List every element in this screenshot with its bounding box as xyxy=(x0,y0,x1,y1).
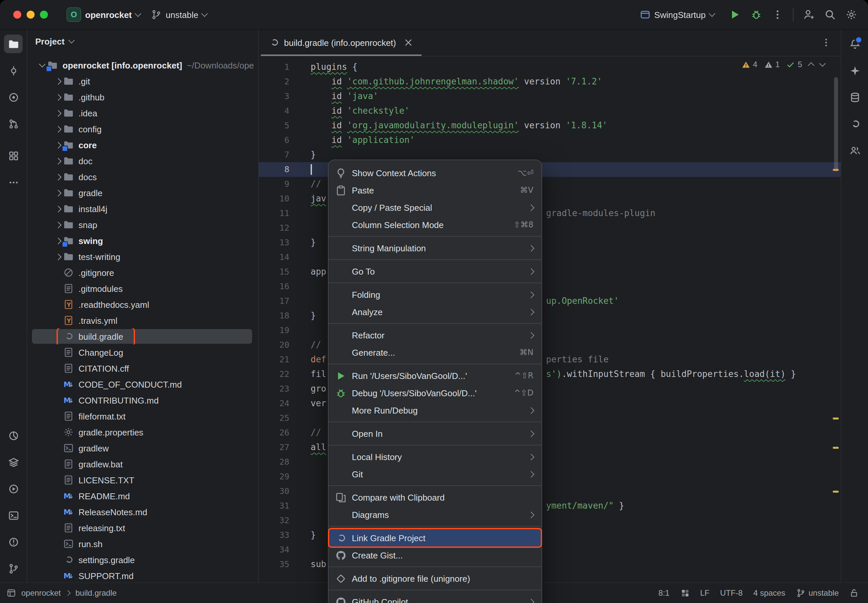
line-number[interactable]: 9 xyxy=(259,177,289,192)
menu-item-copy-paste-special[interactable]: Copy / Paste Special xyxy=(329,199,542,216)
line-number[interactable]: 6 xyxy=(259,133,289,148)
minimize-window-button[interactable] xyxy=(26,11,35,19)
chevron-right-icon[interactable] xyxy=(53,206,63,211)
chevron-right-icon[interactable] xyxy=(53,223,63,227)
line-number[interactable]: 2 xyxy=(259,74,289,89)
chevron-right-icon[interactable] xyxy=(53,79,63,83)
line-number[interactable]: 21 xyxy=(259,353,289,367)
chevron-right-icon[interactable] xyxy=(53,95,63,99)
menu-item-github-copilot[interactable]: GitHub Copilot xyxy=(329,593,542,603)
run-button[interactable] xyxy=(729,9,741,21)
tree-item-citation-cff[interactable]: CITATION.cff xyxy=(27,360,258,376)
tree-item-build-gradle[interactable]: build.gradle xyxy=(27,328,258,344)
chevron-down-icon[interactable] xyxy=(37,64,47,66)
line-number[interactable]: 25 xyxy=(259,411,289,425)
editor-tab[interactable]: build.gradle (info.openrocket) xyxy=(261,29,422,56)
line-number[interactable]: 7 xyxy=(259,148,289,162)
database-tool-button[interactable] xyxy=(845,88,864,107)
line-number[interactable]: 34 xyxy=(259,543,289,557)
version-control-tool-button[interactable] xyxy=(4,559,23,578)
line-number[interactable]: 28 xyxy=(259,455,289,469)
menu-item-add-to-gitignore-file-unignore[interactable]: Add to .gitignore file (unignore) xyxy=(329,570,542,587)
tree-item-readme-md[interactable]: MREADME.md xyxy=(27,488,258,504)
menu-item-compare-with-clipboard[interactable]: Compare with Clipboard xyxy=(329,489,542,506)
menu-item-diagrams[interactable]: Diagrams xyxy=(329,506,542,523)
line-number[interactable]: 33 xyxy=(259,528,289,543)
menu-item-go-to[interactable]: Go To xyxy=(329,263,542,280)
tree-item-install4j[interactable]: install4j xyxy=(27,201,258,217)
tree-item-config[interactable]: config xyxy=(27,121,258,137)
services-tool-button[interactable] xyxy=(4,479,23,498)
line-number[interactable]: 8 xyxy=(259,162,289,177)
menu-item-column-selection-mode[interactable]: Column Selection Mode⇧⌘8 xyxy=(329,216,542,233)
menu-item-local-history[interactable]: Local History xyxy=(329,448,542,465)
tree-item-test-writing[interactable]: test-writing xyxy=(27,249,258,264)
tree-item-gitmodules[interactable]: .gitmodules xyxy=(27,281,258,297)
code-with-me-button[interactable] xyxy=(803,9,815,21)
menu-item-paste[interactable]: Paste⌘V xyxy=(329,181,542,199)
menu-item-show-context-actions[interactable]: Show Context Actions⌥⏎ xyxy=(329,164,542,181)
structure-tool-button[interactable] xyxy=(4,146,23,165)
tab-options-button[interactable] xyxy=(821,37,831,48)
tree-item-swing[interactable]: swing xyxy=(27,233,258,249)
chevron-right-icon[interactable] xyxy=(53,254,63,259)
menu-item-analyze[interactable]: Analyze xyxy=(329,303,542,320)
menu-item-generate[interactable]: Generate...⌘N xyxy=(329,344,542,361)
chevron-right-icon[interactable] xyxy=(53,127,63,131)
problems-tool-button[interactable] xyxy=(4,532,23,551)
project-panel-header[interactable]: Project xyxy=(27,29,258,53)
tree-item-travis-yml[interactable]: Y.travis.yml xyxy=(27,312,258,328)
menu-item-folding[interactable]: Folding xyxy=(329,286,542,303)
build-tool-button[interactable] xyxy=(4,453,23,472)
project-widget[interactable]: O openrocket xyxy=(61,5,145,25)
line-number[interactable]: 35 xyxy=(259,557,289,572)
profiler-tool-button[interactable] xyxy=(4,426,23,445)
line-number[interactable]: 24 xyxy=(259,396,289,411)
menu-item-git[interactable]: Git xyxy=(329,465,542,483)
previous-problem-button[interactable] xyxy=(808,62,814,69)
tree-item-license-txt[interactable]: LICENSE.TXT xyxy=(27,472,258,488)
tree-item-releasenotes-md[interactable]: MReleaseNotes.md xyxy=(27,504,258,520)
line-number[interactable]: 15 xyxy=(259,264,289,279)
close-window-button[interactable] xyxy=(13,11,21,19)
tree-item-git[interactable]: .git xyxy=(27,73,258,89)
project-tool-button[interactable] xyxy=(4,35,23,53)
line-number[interactable]: 27 xyxy=(259,440,289,455)
notifications-tool-button[interactable] xyxy=(845,35,864,53)
menu-item-create-gist[interactable]: Create Gist... xyxy=(329,546,542,564)
menu-item-refactor[interactable]: Refactor xyxy=(329,326,542,344)
chevron-right-icon[interactable] xyxy=(53,111,63,115)
caret-position-widget[interactable]: 8:1 xyxy=(659,588,670,598)
line-number[interactable]: 13 xyxy=(259,235,289,250)
line-number[interactable]: 14 xyxy=(259,250,289,264)
tree-item-support-md[interactable]: MSUPPORT.md xyxy=(27,568,258,583)
more-actions-button[interactable] xyxy=(772,9,783,21)
line-number[interactable]: 17 xyxy=(259,294,289,308)
tree-item-idea[interactable]: .idea xyxy=(27,105,258,121)
tree-item-run-sh[interactable]: run.sh xyxy=(27,536,258,552)
tree-item-contributing-md[interactable]: MCONTRIBUTING.md xyxy=(27,392,258,408)
menu-item-link-gradle-project[interactable]: Link Gradle Project xyxy=(329,529,542,546)
line-number[interactable]: 32 xyxy=(259,513,289,528)
editor-scrollbar[interactable] xyxy=(834,77,838,172)
line-separator-widget[interactable]: LF xyxy=(700,588,709,598)
pull-requests-tool-button[interactable] xyxy=(4,114,23,133)
line-number[interactable]: 11 xyxy=(259,206,289,221)
line-number[interactable]: 10 xyxy=(259,192,289,206)
file-encoding-widget[interactable]: UTF-8 xyxy=(720,588,743,598)
tree-item-fileformat-txt[interactable]: fileformat.txt xyxy=(27,408,258,424)
tree-item-github[interactable]: .github xyxy=(27,89,258,105)
breadcrumb-file[interactable]: build.gradle xyxy=(76,588,117,598)
chevron-right-icon[interactable] xyxy=(53,175,63,179)
line-number[interactable]: 23 xyxy=(259,382,289,396)
coverage-tool-button[interactable] xyxy=(4,88,23,107)
tree-item-code-of-conduct-md[interactable]: MCODE_OF_CONDUCT.md xyxy=(27,376,258,392)
line-number[interactable]: 31 xyxy=(259,499,289,513)
line-number[interactable]: 30 xyxy=(259,484,289,499)
inspections-widget[interactable]: 4 1 5 xyxy=(742,60,825,69)
menu-item-more-run-debug[interactable]: More Run/Debug xyxy=(329,402,542,419)
tree-item-settings-gradle[interactable]: settings.gradle xyxy=(27,552,258,568)
debug-button[interactable] xyxy=(750,9,762,21)
line-number[interactable]: 29 xyxy=(259,469,289,484)
ai-assistant-tool-button[interactable] xyxy=(845,61,864,80)
